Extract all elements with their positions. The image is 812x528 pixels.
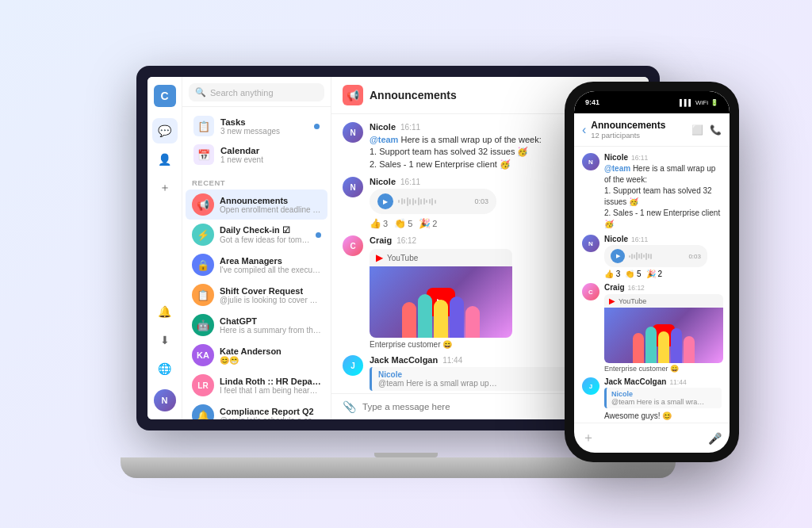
phone-channel-name: Announcements	[591, 120, 687, 131]
phone-channel-info: Announcements 12 participants	[591, 120, 687, 140]
kate-info: Kate Anderson 😊😁	[220, 346, 321, 365]
phone-mic-button[interactable]: 🎤	[708, 432, 722, 445]
announcements-info: Announcements Open enrollment deadline i…	[220, 196, 321, 214]
audio-duration: 0:03	[474, 197, 488, 205]
linda-avatar: LR	[192, 374, 214, 396]
phone-video-button[interactable]: ⬜	[691, 124, 703, 136]
phone-status-bar: 9:41 ▌▌▌ WiFi 🔋	[574, 91, 730, 113]
phone-clap-reaction[interactable]: 👏 5	[625, 270, 641, 278]
phone-call-button[interactable]: 📞	[710, 124, 722, 136]
craig-avatar: C	[343, 235, 363, 256]
phone-reactions-row: 👍 3 👏 5 🎉 2	[604, 270, 722, 278]
channel-item-areamanagers[interactable]: 🔒 Area Managers I've compiled all the ex…	[186, 250, 327, 280]
wifi-icon: WiFi	[695, 99, 708, 106]
phone-party-reaction[interactable]: 🎉 2	[646, 270, 662, 278]
tasks-item[interactable]: 📋 Tasks 3 new messages	[189, 112, 324, 140]
phone-audio-duration: 0:03	[688, 253, 701, 260]
channel-item-compliance[interactable]: 🔔 Compliance Report Q2 @craig let's sche…	[186, 400, 327, 419]
youtube-label: YouTube	[387, 254, 418, 262]
daily-checkin-info: Daily Check-in ☑ Got a few ideas for tom…	[220, 225, 310, 244]
attachment-icon[interactable]: 📎	[343, 400, 356, 413]
notifications-nav-icon[interactable]: 🔔	[152, 299, 178, 324]
user-avatar[interactable]: N	[154, 389, 176, 411]
nicole-2-author: Nicole	[370, 177, 396, 186]
youtube-logo: ▶	[376, 252, 383, 263]
battery-icon: 🔋	[710, 99, 718, 106]
channel-item-dailycheckin[interactable]: ⚡ Daily Check-in ☑ Got a few ideas for t…	[186, 220, 327, 250]
phone-msg-nicole-1: N Nicole 16:11 @team Here is a small wra…	[582, 153, 722, 230]
globe-nav-icon[interactable]: 🌐	[152, 356, 178, 381]
youtube-thumbnail[interactable]: ▶	[370, 266, 512, 338]
phone-msg-nicole-2: N Nicole 16:11 ▶	[582, 235, 722, 278]
download-nav-icon[interactable]: ⬇	[152, 327, 178, 353]
audio-play-button[interactable]: ▶	[377, 193, 393, 209]
area-managers-info: Area Managers I've compiled all the exec…	[220, 256, 321, 274]
phone-time: 9:41	[585, 98, 599, 106]
channel-item-shiftcover[interactable]: 📋 Shift Cover Request @julie is looking …	[186, 280, 327, 310]
phone-input-bar: ＋ 🎤	[574, 423, 730, 453]
phone-thumbsup-reaction[interactable]: 👍 3	[604, 270, 620, 278]
search-bar: 🔍 Search anything	[182, 77, 331, 107]
phone-nicole-1-avatar: N	[582, 153, 599, 170]
audio-message[interactable]: ▶	[370, 189, 496, 214]
calendar-item[interactable]: 📅 Calendar 1 new event	[189, 140, 324, 169]
phone-jack-header: Jack MacColgan 11:44	[604, 377, 722, 386]
phone-thumbnail-figures	[604, 308, 723, 363]
nicole-2-time: 16:11	[400, 178, 420, 186]
phone-header-actions: ⬜ 📞	[691, 124, 722, 136]
contacts-nav-icon[interactable]: 👤	[152, 147, 178, 172]
calendar-text: Calendar 1 new event	[220, 146, 320, 164]
kate-preview: 😊😁	[220, 356, 321, 365]
youtube-embed[interactable]: ▶ YouTube	[370, 249, 512, 338]
craig-author: Craig	[370, 235, 392, 245]
add-nav-icon[interactable]: ＋	[152, 175, 178, 201]
thumbnail-figures	[370, 282, 512, 338]
channel-item-kate[interactable]: KA Kate Anderson 😊😁	[186, 340, 327, 370]
phone-participants: 12 participants	[591, 131, 687, 140]
phone-audio-message[interactable]: ▶	[604, 245, 707, 267]
phone-yt-header: ▶ YouTube	[604, 294, 723, 308]
announcements-avatar: 📢	[192, 193, 214, 216]
jack-author: Jack MacColgan	[370, 355, 438, 365]
chatgpt-info: ChatGPT Here is a summary from the r...	[220, 316, 321, 335]
thumbsup-reaction[interactable]: 👍 3	[370, 218, 388, 229]
daily-checkin-name: Daily Check-in ☑	[220, 225, 310, 235]
recent-label: RECENT	[182, 174, 331, 189]
chat-title: Announcements	[370, 89, 573, 101]
chatgpt-avatar: 🤖	[192, 314, 214, 336]
phone-youtube-thumbnail[interactable]: ▶	[604, 308, 723, 363]
phone-enterprise-caption: Enterprise customer 😄	[604, 365, 723, 373]
phone-notch	[628, 94, 676, 109]
chat-nav-icon[interactable]: 💬	[152, 118, 178, 143]
shift-cover-name: Shift Cover Request	[220, 286, 321, 296]
phone-youtube-embed[interactable]: ▶ YouTube	[604, 294, 723, 363]
channel-item-linda[interactable]: LR Linda Roth :: HR Department I feel th…	[186, 370, 327, 400]
phone-jack-text: Awesome guys! 😊	[604, 411, 722, 422]
party-reaction[interactable]: 🎉 2	[419, 218, 437, 229]
clap-reaction[interactable]: 👏 5	[394, 218, 412, 229]
channel-item-chatgpt[interactable]: 🤖 ChatGPT Here is a summary from the r..…	[186, 310, 327, 340]
phone-audio-play-button[interactable]: ▶	[611, 249, 625, 263]
channel-items: 📢 Announcements Open enrollment deadline…	[182, 189, 331, 419]
calendar-icon: 📅	[193, 144, 214, 165]
phone-nicole-1-text: @team Here is a small wrap up of the wee…	[604, 163, 722, 230]
daily-checkin-preview: Got a few ideas for tomorrow...	[220, 235, 310, 244]
phone-nicole-2-time: 16:11	[631, 235, 648, 243]
phone-screen: 9:41 ▌▌▌ WiFi 🔋 ‹ Announcements 12 parti…	[574, 91, 730, 453]
search-container[interactable]: 🔍 Search anything	[189, 83, 324, 101]
tasks-icon: 📋	[193, 116, 214, 136]
shift-cover-avatar: 📋	[192, 284, 214, 306]
channel-item-announcements[interactable]: 📢 Announcements Open enrollment deadline…	[186, 189, 327, 220]
phone-craig-header: Craig 16:12	[604, 283, 723, 292]
phone-jack-author: Jack MacColgan	[604, 377, 666, 386]
phone-status-icons: ▌▌▌ WiFi 🔋	[680, 99, 718, 106]
channel-list: 🔍 Search anything 📋 Tasks 3 new messages	[182, 77, 331, 419]
back-button[interactable]: ‹	[582, 123, 586, 137]
phone-add-button[interactable]: ＋	[582, 430, 595, 446]
phone-nicole-2-avatar: N	[582, 235, 599, 252]
phone-jack-avatar: J	[582, 377, 599, 395]
shift-cover-info: Shift Cover Request @julie is looking to…	[220, 286, 321, 304]
nicole-1-time: 16:11	[400, 123, 420, 132]
calendar-subtitle: 1 new event	[220, 155, 320, 164]
phone-craig-content: Craig 16:12 ▶ YouTube	[604, 283, 723, 373]
